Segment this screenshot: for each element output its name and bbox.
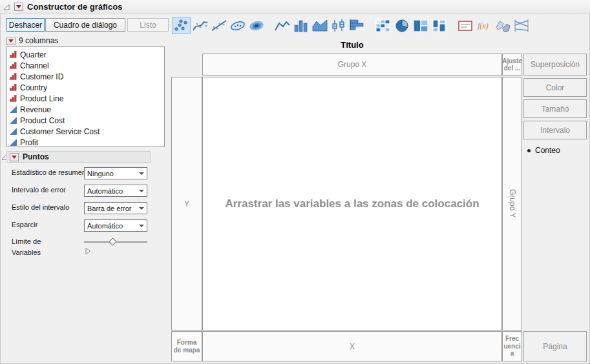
points-icon[interactable] xyxy=(172,17,191,34)
graph-title[interactable]: Título xyxy=(202,40,502,50)
columns-red-triangle-icon[interactable] xyxy=(6,37,16,45)
smoother-icon[interactable] xyxy=(191,17,209,34)
column-label: Country xyxy=(20,83,47,92)
error-interval-value: Automático xyxy=(87,187,123,195)
columns-header: 9 columnas xyxy=(6,36,58,45)
heatmap-icon[interactable] xyxy=(374,17,392,34)
nominal-column-icon xyxy=(10,62,17,69)
line-of-fit-icon[interactable] xyxy=(209,17,228,34)
columns-count-label: 9 columnas xyxy=(19,36,58,45)
area-chart-icon[interactable] xyxy=(310,17,329,34)
column-label: Customer ID xyxy=(20,72,63,81)
continuous-column-icon xyxy=(10,117,17,124)
overlay-drop-zone[interactable]: Superposición xyxy=(523,54,587,76)
column-label: Product Line xyxy=(20,94,63,103)
interval-style-select[interactable]: Barra de error xyxy=(84,202,147,214)
error-interval-label: Intervalo de error xyxy=(12,186,66,194)
group-x-drop-zone[interactable]: Grupo X xyxy=(202,54,502,76)
density-ellipse-icon[interactable] xyxy=(228,17,247,34)
map-shape-drop-zone[interactable]: Forma de mapa xyxy=(171,331,202,361)
column-item[interactable]: Quarter xyxy=(7,49,164,60)
contour-icon[interactable] xyxy=(247,17,266,34)
jitter-value: Automático xyxy=(87,222,123,230)
map-shapes-icon[interactable] xyxy=(493,17,512,34)
interval-style-label: Estilo del intervalo xyxy=(12,203,69,211)
group-y-label: Grupo Y xyxy=(508,189,517,217)
continuous-column-icon xyxy=(10,139,17,146)
done-button[interactable]: Listo xyxy=(127,18,169,32)
bar-chart-icon[interactable] xyxy=(291,17,310,34)
points-panel-title: Puntos xyxy=(23,152,49,161)
jitter-limit-slider[interactable] xyxy=(84,238,147,247)
legend-label: Conteo xyxy=(535,146,560,155)
points-red-triangle-icon[interactable] xyxy=(10,153,19,161)
line-chart-icon[interactable] xyxy=(273,17,291,34)
formula-icon[interactable]: f(x) xyxy=(474,17,493,34)
jitter-label: Esparcir xyxy=(12,221,37,228)
chevron-down-icon xyxy=(139,207,144,210)
disclosure-closed-icon[interactable] xyxy=(85,247,92,255)
column-item[interactable]: Profit xyxy=(7,137,164,148)
column-label: Revenue xyxy=(20,105,51,114)
drop-hint-text: Arrastrar las variables a las zonas de c… xyxy=(218,196,485,212)
page-drop-zone[interactable]: Página xyxy=(523,331,587,361)
variables-label: Variables xyxy=(12,248,41,256)
summary-statistic-select[interactable]: Ninguno xyxy=(84,167,147,179)
red-triangle-menu-icon[interactable] xyxy=(14,3,23,11)
frequency-drop-zone[interactable]: Frecuencia xyxy=(502,331,522,361)
color-drop-zone[interactable]: Color xyxy=(523,78,587,97)
points-panel-header: Puntos xyxy=(6,151,151,163)
jitter-select[interactable]: Automático xyxy=(84,219,147,232)
column-item[interactable]: Product Line xyxy=(7,93,164,104)
group-y-drop-zone[interactable]: Grupo Y xyxy=(502,77,522,330)
error-interval-select[interactable]: Automático xyxy=(84,185,147,197)
column-item[interactable]: Customer ID xyxy=(7,71,164,82)
y-drop-zone[interactable]: Y xyxy=(171,77,202,330)
x-drop-zone[interactable]: X xyxy=(202,331,502,361)
treemap-icon[interactable] xyxy=(411,17,430,34)
page-title: Constructor de gráficos xyxy=(27,2,122,12)
column-item[interactable]: Channel xyxy=(7,60,164,71)
mosaic-icon[interactable] xyxy=(430,17,448,34)
caption-box-icon[interactable] xyxy=(456,17,474,34)
box-plot-icon[interactable] xyxy=(329,17,348,34)
column-item[interactable]: Revenue xyxy=(7,104,164,115)
undo-button[interactable]: Deshacer xyxy=(6,18,45,32)
title-bar: Constructor de gráficos xyxy=(0,0,590,14)
parallel-plot-icon[interactable] xyxy=(512,17,531,34)
column-label: Quarter xyxy=(20,50,47,59)
graph-builder-window: Constructor de gráficos Deshacer Cuadro … xyxy=(0,0,590,364)
jitter-limit-label: Límite de xyxy=(12,238,41,245)
column-label: Product Cost xyxy=(20,116,65,125)
continuous-column-icon xyxy=(10,106,17,113)
legend-marker-icon xyxy=(527,149,531,152)
nominal-column-icon xyxy=(10,95,17,102)
chevron-down-icon xyxy=(139,225,144,227)
outline-open-icon[interactable] xyxy=(3,3,10,11)
size-drop-zone[interactable]: Tamaño xyxy=(523,99,587,118)
chevron-down-icon xyxy=(139,190,144,192)
summary-statistic-value: Ninguno xyxy=(87,170,114,177)
column-label: Customer Service Cost xyxy=(20,127,100,136)
nominal-column-icon xyxy=(10,51,17,58)
element-palette: f(x) xyxy=(172,17,538,34)
column-item[interactable]: Product Cost xyxy=(7,115,164,126)
interval-drop-zone[interactable]: Intervalo xyxy=(523,121,587,139)
fit-adjust-zone[interactable]: Ajuste del ... xyxy=(502,54,522,76)
continuous-column-icon xyxy=(10,128,17,135)
nominal-column-icon xyxy=(10,73,17,80)
plot-drop-area[interactable]: Arrastrar las variables a las zonas de c… xyxy=(202,77,502,330)
column-item[interactable]: Country xyxy=(7,82,164,93)
columns-list: Quarter Channel Customer ID Country Prod… xyxy=(6,46,165,147)
interval-style-value: Barra de error xyxy=(87,205,131,212)
column-label: Channel xyxy=(20,61,49,70)
chevron-down-icon xyxy=(139,172,144,175)
pie-chart-icon[interactable] xyxy=(392,17,411,34)
legend-item[interactable]: Conteo xyxy=(527,146,560,155)
slider-thumb[interactable] xyxy=(109,238,117,246)
column-item[interactable]: Customer Service Cost xyxy=(7,126,164,137)
dialog-button[interactable]: Cuadro de diálogo xyxy=(45,18,125,32)
nominal-column-icon xyxy=(10,84,17,91)
histogram-icon[interactable] xyxy=(348,17,366,34)
summary-statistic-label: Estadístico de resumen xyxy=(12,168,86,176)
